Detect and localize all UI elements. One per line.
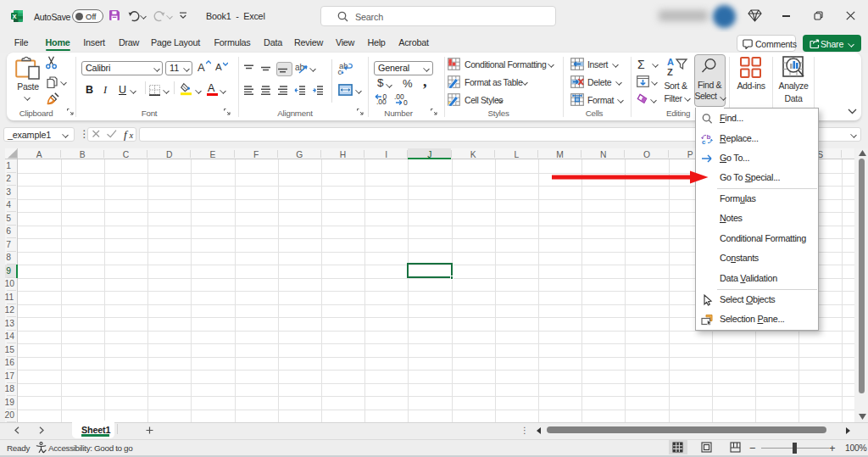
- svg-text:Z: Z: [667, 67, 673, 77]
- svg-text:A: A: [667, 57, 674, 67]
- svg-text:c: c: [338, 67, 342, 75]
- svg-text:X: X: [13, 13, 17, 20]
- svg-text:x: x: [129, 131, 134, 140]
- svg-text:f: f: [124, 128, 129, 141]
- svg-text:b: b: [707, 133, 711, 141]
- svg-text:0: 0: [383, 94, 387, 101]
- svg-text:c: c: [702, 138, 706, 145]
- svg-text:0: 0: [403, 98, 408, 105]
- svg-text:ab: ab: [295, 63, 305, 72]
